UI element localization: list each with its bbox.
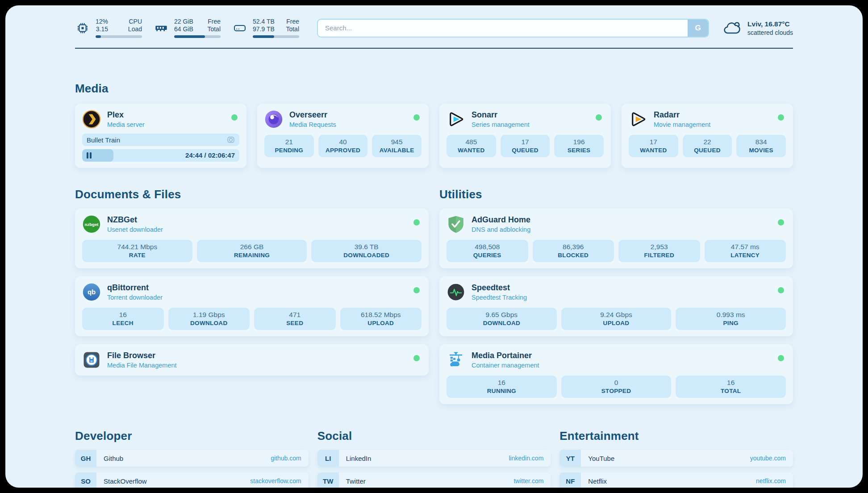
stat-value: 485 bbox=[447, 138, 495, 146]
video-icon[interactable] bbox=[227, 136, 235, 144]
link-badge: GH bbox=[75, 450, 96, 467]
link-name: Github bbox=[104, 455, 123, 462]
qbittorrent-card[interactable]: qb qBittorrent Torrent downloader 16 bbox=[75, 276, 429, 336]
stat-label: QUERIES bbox=[447, 252, 527, 259]
link-name: Twitter bbox=[346, 477, 366, 485]
now-playing-bar: Bullet Train bbox=[82, 134, 239, 146]
weather-location: Lviv, 16.87°C bbox=[747, 20, 793, 28]
stat-value: 22 bbox=[684, 138, 731, 146]
pause-icon[interactable] bbox=[87, 152, 92, 159]
link-row-youtube[interactable]: YT YouTube youtube.com bbox=[559, 450, 793, 467]
stat-tile: 16 LEECH bbox=[82, 308, 164, 330]
stat-value: 17 bbox=[501, 138, 549, 146]
link-url: stackoverflow.com bbox=[250, 477, 301, 485]
radarr-card[interactable]: Radarr Movie management 17 WANTED 22 QUE… bbox=[622, 104, 793, 168]
link-row-twitter[interactable]: TW Twitter twitter.com bbox=[317, 472, 551, 488]
top-bar: 12% 3.15 CPU Load bbox=[75, 18, 793, 38]
status-dot bbox=[413, 219, 420, 226]
speedtest-card[interactable]: Speedtest Speedtest Tracking 9.65 Gbps D… bbox=[439, 276, 793, 336]
stat-tile: 945 AVAILABLE bbox=[372, 135, 421, 157]
search-engine-button[interactable]: G bbox=[688, 20, 708, 37]
stat-value: 9.65 Gbps bbox=[447, 311, 556, 319]
stat-tile: 22 QUEUED bbox=[683, 135, 732, 157]
playback-progressbar: 24:44 / 02:06:47 bbox=[82, 149, 239, 162]
link-row-netflix[interactable]: NF Netflix netflix.com bbox=[559, 472, 793, 488]
stat-tile: 16 TOTAL bbox=[676, 376, 786, 398]
search-input[interactable] bbox=[318, 20, 688, 37]
stat-label: DOWNLOADED bbox=[312, 252, 421, 259]
app-desc: Speedtest Tracking bbox=[472, 294, 527, 301]
svg-text:qb: qb bbox=[88, 288, 96, 296]
app-desc: Media server bbox=[107, 121, 145, 128]
app-name: Plex bbox=[107, 110, 145, 120]
link-url: github.com bbox=[271, 455, 301, 462]
link-name: YouTube bbox=[588, 455, 614, 462]
stat-value: 0 bbox=[562, 379, 671, 387]
app-desc: Torrent downloader bbox=[107, 294, 163, 301]
filebrowser-card[interactable]: File Browser Media File Management bbox=[75, 344, 429, 376]
stat-label: WANTED bbox=[630, 147, 677, 154]
app-desc: Movie management bbox=[654, 121, 710, 128]
radarr-icon bbox=[629, 110, 647, 129]
cpu-label-top: CPU bbox=[129, 18, 142, 25]
dashboard-page: 12% 3.15 CPU Load bbox=[5, 5, 863, 488]
link-row-stackoverflow[interactable]: SO StackOverflow stackoverflow.com bbox=[75, 472, 309, 488]
status-dot bbox=[413, 114, 420, 121]
cpu-progressbar bbox=[96, 35, 142, 38]
link-row-github[interactable]: GH Github github.com bbox=[75, 450, 309, 467]
overseerr-card[interactable]: Overseerr Media Requests 21 PENDING 40 A… bbox=[257, 104, 429, 168]
plex-card[interactable]: Plex Media server Bullet Train bbox=[75, 104, 246, 168]
section-title-documents: Documents & Files bbox=[75, 188, 429, 201]
stat-tile: 196 SERIES bbox=[554, 135, 604, 157]
stat-label: RATE bbox=[83, 252, 192, 259]
social-section: Social LI LinkedIn linkedin.com TW Twitt… bbox=[317, 429, 551, 488]
section-title-developer: Developer bbox=[75, 429, 309, 443]
weather-widget: Lviv, 16.87°C scattered clouds bbox=[722, 19, 793, 37]
app-desc: Series management bbox=[472, 121, 530, 128]
app-desc: Container management bbox=[472, 362, 539, 369]
link-name: LinkedIn bbox=[346, 455, 371, 462]
ram-label-bottom: Total bbox=[207, 25, 221, 33]
disk-stat: 52.4 TB 97.9 TB Free Total bbox=[232, 18, 299, 38]
stat-label: AVAILABLE bbox=[373, 147, 421, 154]
cpu-stat: 12% 3.15 CPU Load bbox=[75, 18, 142, 38]
developer-section: Developer GH Github github.com SO StackO… bbox=[75, 429, 309, 488]
ram-total: 64 GiB bbox=[174, 25, 193, 33]
sonarr-icon bbox=[447, 110, 465, 129]
stat-value: 40 bbox=[319, 138, 367, 146]
speedtest-icon bbox=[447, 283, 465, 301]
app-desc: DNS and adblocking bbox=[472, 226, 530, 233]
stat-tile: 16 RUNNING bbox=[447, 376, 557, 398]
stat-tile: 618.52 Mbps UPLOAD bbox=[340, 308, 422, 330]
adguard-card[interactable]: AdGuard Home DNS and adblocking 498,508 … bbox=[439, 209, 793, 268]
stat-label: MOVIES bbox=[737, 147, 785, 154]
status-dot bbox=[596, 114, 602, 121]
disk-label-bottom: Total bbox=[286, 25, 299, 33]
stat-tile: 17 QUEUED bbox=[501, 135, 550, 157]
stat-tile: 39.6 TB DOWNLOADED bbox=[311, 240, 421, 262]
stat-value: 16 bbox=[83, 311, 163, 319]
stat-tile: 2,953 FILTERED bbox=[618, 240, 700, 262]
status-dot bbox=[413, 355, 420, 361]
app-desc: Usenet downloader bbox=[107, 226, 163, 233]
cloud-icon bbox=[722, 19, 742, 37]
filebrowser-icon bbox=[82, 351, 101, 369]
status-dot bbox=[778, 287, 784, 293]
stat-value: 196 bbox=[555, 138, 603, 146]
stat-tile: 471 SEED bbox=[254, 308, 336, 330]
link-url: youtube.com bbox=[750, 455, 786, 462]
ram-stat: 22 GiB 64 GiB Free Total bbox=[154, 18, 221, 38]
stat-value: 266 GB bbox=[198, 243, 306, 251]
stat-tile: 266 GB REMAINING bbox=[197, 240, 307, 262]
link-badge: NF bbox=[559, 472, 581, 488]
portainer-card[interactable]: Media Portainer Container management 16 … bbox=[439, 344, 793, 404]
stat-label: PENDING bbox=[265, 147, 313, 154]
sonarr-card[interactable]: Sonarr Series management 485 WANTED 17 Q… bbox=[439, 104, 611, 168]
nzbget-card[interactable]: nzbget NZBGet Usenet downloader 744. bbox=[75, 209, 429, 268]
weather-condition: scattered clouds bbox=[747, 29, 793, 36]
nzbget-icon: nzbget bbox=[82, 215, 101, 234]
link-row-linkedin[interactable]: LI LinkedIn linkedin.com bbox=[317, 450, 551, 467]
stat-value: 471 bbox=[255, 311, 335, 319]
stat-label: WANTED bbox=[447, 147, 495, 154]
stat-label: TOTAL bbox=[676, 388, 785, 394]
